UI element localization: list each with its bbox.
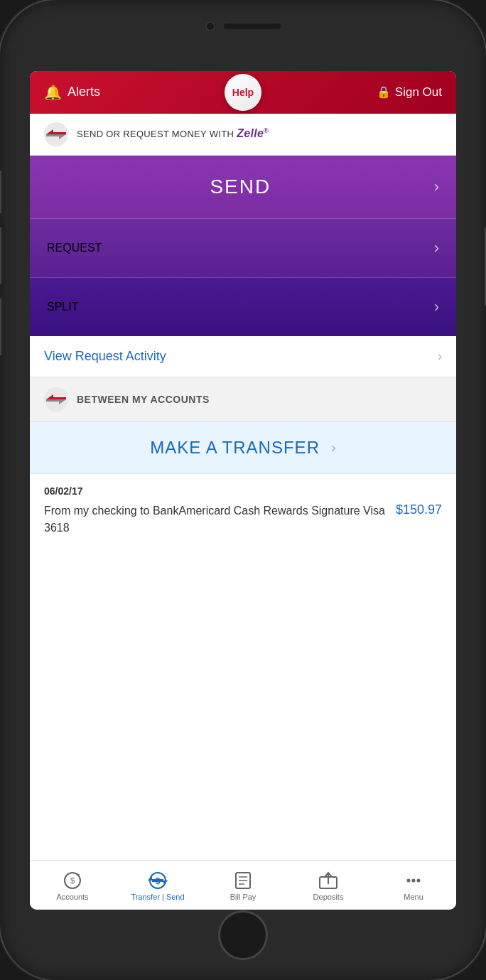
speaker [224, 23, 281, 29]
svg-point-18 [412, 879, 416, 883]
send-button[interactable]: SEND › [30, 156, 456, 219]
make-transfer-label: MAKE A TRANSFER [150, 438, 320, 458]
side-button-vol-up [0, 227, 1, 284]
between-accounts-section: BETWEEN MY ACCOUNTS [30, 377, 456, 422]
nav-deposits[interactable]: Deposits [286, 868, 371, 904]
between-accounts-label: BETWEEN MY ACCOUNTS [77, 394, 210, 405]
between-arrows-icon [44, 387, 68, 411]
request-button[interactable]: REQUEST › [30, 219, 456, 278]
sign-out-label: Sign Out [395, 85, 442, 99]
transaction-amount: $150.97 [396, 502, 442, 517]
transfer-send-icon: $ [146, 871, 170, 890]
view-request-text: View Request Activity [44, 349, 166, 364]
svg-marker-3 [46, 399, 66, 404]
help-button[interactable]: Help [225, 74, 261, 111]
arrows-svg [46, 128, 66, 141]
app-header: 🔔 Alerts Help 🔒 Sign Out [30, 71, 456, 114]
side-button-mute [0, 171, 1, 213]
home-button[interactable] [218, 910, 268, 960]
alerts-button[interactable]: 🔔 Alerts [44, 84, 100, 101]
request-label: REQUEST [47, 242, 102, 254]
phone-top [205, 21, 281, 31]
send-label: SEND [47, 176, 434, 198]
bill-pay-nav-label: Bill Pay [230, 893, 256, 901]
bottom-navigation: $ + Accounts $ Transfer | Send [30, 860, 456, 910]
transfer-send-nav-label: Transfer | Send [131, 893, 184, 901]
camera [205, 21, 215, 31]
phone-screen: 🔔 Alerts Help 🔒 Sign Out SEND OR REQUEST… [30, 71, 456, 910]
accounts-icon: $ + [63, 871, 82, 890]
transaction-description: From my checking to BankAmericard Cash R… [44, 502, 396, 537]
svg-text:+: + [76, 871, 80, 878]
help-label: Help [232, 87, 254, 98]
phone-frame: 🔔 Alerts Help 🔒 Sign Out SEND OR REQUEST… [0, 0, 486, 980]
svg-marker-2 [46, 394, 66, 399]
transaction-section: 06/02/17 From my checking to BankAmerica… [30, 474, 456, 860]
svg-marker-0 [46, 129, 66, 134]
between-arrows-svg [46, 393, 66, 406]
make-transfer-button[interactable]: MAKE A TRANSFER › [30, 422, 456, 474]
deposits-icon [318, 871, 339, 890]
alerts-label: Alerts [68, 85, 100, 99]
send-request-text: SEND OR REQUEST MONEY WITH [77, 129, 234, 139]
bell-icon: 🔔 [44, 84, 62, 101]
nav-menu[interactable]: Menu [371, 868, 456, 904]
zelle-brand: Zelle® [237, 127, 269, 140]
zelle-banner[interactable]: SEND OR REQUEST MONEY WITH Zelle® [30, 114, 456, 156]
request-chevron-icon: › [434, 239, 439, 257]
lock-icon: 🔒 [377, 85, 391, 99]
side-button-vol-down [0, 298, 1, 355]
menu-icon-nav [404, 871, 423, 890]
sign-out-button[interactable]: 🔒 Sign Out [377, 85, 442, 99]
deposits-nav-label: Deposits [313, 893, 344, 901]
split-chevron-icon: › [434, 298, 439, 316]
view-request-chevron-icon: › [438, 349, 442, 364]
menu-nav-label: Menu [404, 893, 423, 901]
zelle-text: SEND OR REQUEST MONEY WITH Zelle® [77, 127, 269, 140]
view-request-activity-button[interactable]: View Request Activity › [30, 336, 456, 377]
zelle-arrows-icon [44, 122, 68, 146]
accounts-nav-label: Accounts [56, 893, 88, 901]
svg-marker-1 [46, 134, 66, 139]
svg-text:$: $ [70, 876, 75, 885]
nav-bill-pay[interactable]: Bill Pay [200, 868, 286, 904]
split-button[interactable]: SPLIT › [30, 278, 456, 336]
nav-transfer-send[interactable]: $ Transfer | Send [115, 868, 200, 904]
svg-point-19 [417, 879, 421, 883]
transaction-row: From my checking to BankAmericard Cash R… [44, 502, 442, 537]
make-transfer-chevron-icon: › [331, 439, 336, 456]
split-label: SPLIT [47, 301, 78, 313]
bill-pay-icon [233, 871, 253, 890]
transaction-date: 06/02/17 [44, 485, 442, 497]
nav-accounts[interactable]: $ + Accounts [30, 868, 115, 904]
svg-point-17 [407, 879, 411, 883]
send-chevron-icon: › [434, 178, 439, 196]
